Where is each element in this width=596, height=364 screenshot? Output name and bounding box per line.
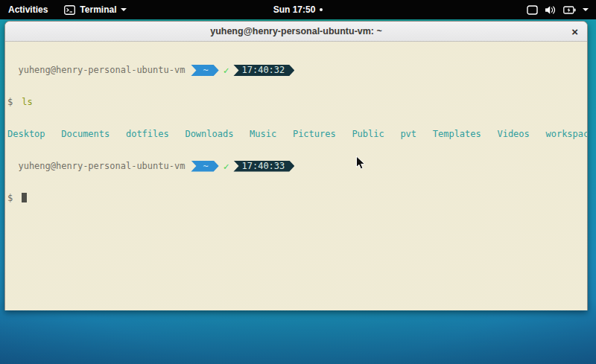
- notification-dot: [320, 8, 323, 11]
- command-text: ls: [22, 97, 32, 107]
- window-title: yuheng@henry-personal-ubuntu-vm: ~: [210, 26, 382, 36]
- text-cursor: [22, 193, 27, 202]
- prompt-symbol: $: [7, 193, 13, 203]
- prompt-symbol: $: [7, 97, 13, 107]
- command-line-2: $: [7, 193, 585, 204]
- ls-output: Desktop Documents dotfiles Downloads Mus…: [7, 129, 585, 140]
- app-menu-label: Terminal: [80, 4, 116, 15]
- clock-label: Sun 17:50: [273, 4, 316, 15]
- window-titlebar[interactable]: yuheng@henry-personal-ubuntu-vm: ~ ×: [5, 22, 587, 42]
- mouse-cursor: [355, 156, 366, 170]
- display-icon: [527, 5, 538, 15]
- volume-icon: [545, 5, 557, 15]
- prompt-cwd-segment: ~: [191, 65, 218, 76]
- terminal-content[interactable]: yuheng@henry-personal-ubuntu-vm ~ ✓ 17:4…: [5, 42, 587, 310]
- prompt-username: yuheng@henry-personal-ubuntu-vm: [7, 161, 185, 172]
- chevron-down-icon: [121, 8, 127, 11]
- prompt-line-2: yuheng@henry-personal-ubuntu-vm ~ ✓ 17:4…: [7, 161, 585, 172]
- chevron-down-icon: [583, 8, 589, 11]
- status-check-icon: ✓: [224, 65, 229, 76]
- terminal-app-icon: [64, 5, 75, 15]
- close-button[interactable]: ×: [571, 26, 578, 37]
- command-line-1: $ls: [7, 97, 585, 108]
- battery-charging-icon: [563, 6, 576, 14]
- activities-button[interactable]: Activities: [0, 0, 56, 19]
- terminal-window: yuheng@henry-personal-ubuntu-vm: ~ × yuh…: [4, 21, 588, 310]
- status-check-icon: ✓: [224, 161, 229, 172]
- prompt-username: yuheng@henry-personal-ubuntu-vm: [7, 65, 185, 76]
- top-bar: Activities Terminal Sun 17:50: [0, 0, 596, 19]
- prompt-time-segment: 17:40:33: [233, 161, 294, 172]
- prompt-time-segment: 17:40:32: [233, 65, 294, 76]
- prompt-line-1: yuheng@henry-personal-ubuntu-vm ~ ✓ 17:4…: [7, 65, 585, 76]
- system-status-area[interactable]: [527, 0, 596, 19]
- terminal-app-menu[interactable]: Terminal: [56, 0, 135, 19]
- prompt-cwd-segment: ~: [191, 161, 218, 172]
